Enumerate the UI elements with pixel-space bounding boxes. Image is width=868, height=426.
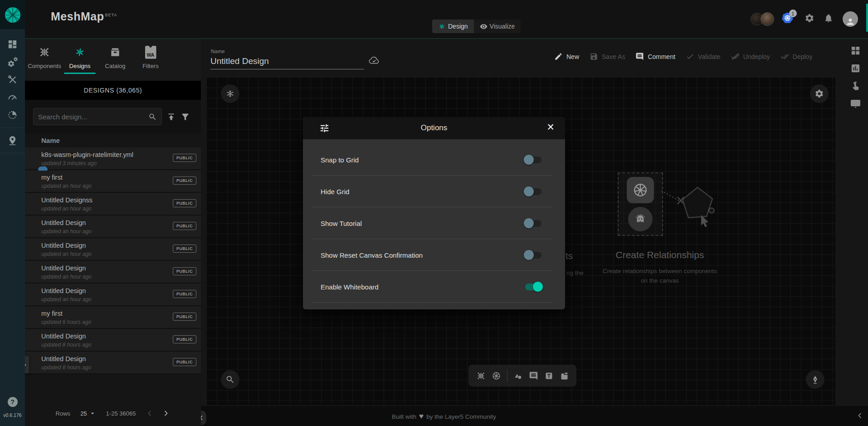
dock-kubernetes-icon[interactable] bbox=[492, 371, 501, 381]
rail-touch-icon[interactable] bbox=[848, 79, 863, 93]
design-spiral-icon bbox=[438, 23, 446, 30]
settings-gear-icon[interactable] bbox=[805, 13, 814, 25]
prev-page-button[interactable] bbox=[146, 409, 154, 417]
visibility-badge: PUBLIC bbox=[173, 358, 196, 366]
clipped-onboarding-text: ng the bbox=[566, 269, 584, 276]
chevron-left-icon bbox=[856, 412, 863, 419]
validate-button[interactable]: Validate bbox=[686, 52, 721, 61]
rows-label: Rows bbox=[56, 410, 71, 417]
visibility-badge: PUBLIC bbox=[173, 335, 196, 343]
design-list-item[interactable]: Untitled Designupdated an hour agoPUBLIC bbox=[25, 284, 201, 306]
next-page-button[interactable] bbox=[162, 409, 170, 417]
onboarding-component-group bbox=[618, 172, 663, 236]
person-icon bbox=[845, 17, 855, 27]
designs-count-header: DESIGNS (36,065) bbox=[25, 81, 201, 100]
enable-whiteboard-toggle[interactable] bbox=[525, 284, 541, 290]
tab-design[interactable]: Design bbox=[432, 20, 474, 33]
heart-icon: ♥ bbox=[419, 412, 424, 421]
tab-components[interactable]: Components bbox=[27, 39, 62, 81]
canvas-settings-button[interactable] bbox=[810, 84, 829, 103]
deploy-button[interactable]: Deploy bbox=[780, 52, 813, 61]
dock-components-icon[interactable] bbox=[476, 371, 486, 381]
visibility-badge: PUBLIC bbox=[173, 267, 196, 275]
notifications-bell-icon[interactable] bbox=[824, 13, 834, 25]
design-name-input[interactable]: Untitled Design bbox=[210, 56, 269, 66]
design-list-item[interactable]: Untitled Designupdated an hour agoPUBLIC bbox=[25, 238, 201, 261]
dock-media-icon[interactable] bbox=[560, 371, 569, 381]
app-title: MeshMapBETA bbox=[51, 10, 117, 23]
tab-filters[interactable]: WA Filters bbox=[133, 39, 168, 81]
snap-to-grid-toggle[interactable] bbox=[525, 157, 541, 163]
import-design-icon[interactable] bbox=[166, 112, 176, 122]
zoom-in-button[interactable] bbox=[221, 370, 239, 389]
rail-grid-icon[interactable] bbox=[848, 44, 863, 57]
nav-configuration-icon[interactable] bbox=[0, 71, 25, 88]
chevron-left-icon bbox=[146, 410, 153, 417]
list-pagination: Rows 25 1-25 36065 bbox=[25, 401, 201, 426]
rail-metrics-icon[interactable] bbox=[848, 61, 863, 75]
dock-shapes-icon[interactable] bbox=[513, 371, 523, 381]
visibility-badge: PUBLIC bbox=[173, 313, 196, 321]
catalog-archive-icon bbox=[109, 44, 121, 60]
tab-catalog[interactable]: Catalog bbox=[98, 39, 133, 81]
comment-icon bbox=[635, 52, 644, 61]
nav-performance-icon[interactable] bbox=[0, 88, 25, 106]
hide-grid-toggle[interactable] bbox=[525, 188, 541, 195]
design-list-item[interactable]: Untitled Designupdated an hour agoPUBLIC bbox=[25, 261, 201, 284]
modal-title: Options bbox=[303, 123, 565, 132]
help-button[interactable]: ? bbox=[8, 397, 18, 407]
visibility-badge: PUBLIC bbox=[173, 199, 196, 207]
search-strip bbox=[25, 100, 201, 133]
design-list-item[interactable]: k8s-wasm-plugin-ratelimiter.ymlupdated 3… bbox=[25, 147, 201, 170]
name-column-header: Name bbox=[25, 133, 201, 147]
nav-dashboard-icon[interactable] bbox=[0, 35, 25, 53]
options-modal-body: Snap to Grid Hide Grid Show Tutorial Sho… bbox=[303, 139, 565, 303]
undeploy-button[interactable]: Undeploy bbox=[731, 52, 770, 61]
layer5-logo[interactable] bbox=[0, 0, 25, 30]
nav-meshmap-pin-icon[interactable] bbox=[0, 132, 25, 149]
design-list-item[interactable]: Untitled Designupdated 8 hours agoPUBLIC bbox=[25, 329, 201, 352]
design-list-item[interactable]: Untitled Designssupdated an hour agoPUBL… bbox=[25, 193, 201, 215]
profile-avatar[interactable] bbox=[843, 11, 858, 27]
option-row-hide-grid: Hide Grid bbox=[303, 176, 565, 207]
context-count-badge: 1 bbox=[789, 10, 797, 17]
divider bbox=[0, 153, 25, 153]
design-list-item[interactable]: Untitled Designupdated an hour agoPUBLIC bbox=[25, 215, 201, 238]
design-list-item[interactable]: my firstupdated 6 hours agoPUBLIC bbox=[25, 306, 201, 329]
pen-nib-icon bbox=[810, 375, 820, 384]
search-icon[interactable] bbox=[148, 113, 157, 121]
design-list-item[interactable]: my firstupdated an hour agoPUBLIC bbox=[25, 170, 201, 193]
close-icon[interactable]: × bbox=[547, 121, 554, 134]
rail-display-icon[interactable] bbox=[848, 97, 863, 110]
dock-comment-icon[interactable] bbox=[529, 371, 538, 381]
collaborator-avatar-2[interactable] bbox=[761, 12, 774, 26]
active-tab-underline bbox=[64, 73, 96, 74]
option-row-show-tutorial: Show Tutorial bbox=[303, 207, 565, 239]
gears-icon bbox=[7, 57, 18, 68]
tab-visualize[interactable]: Visualize bbox=[474, 20, 521, 33]
design-list-item[interactable]: Untitled Designupdated 8 hours agoPUBLIC bbox=[25, 352, 201, 374]
top-header: MeshMapBETA Design Visualize 1 bbox=[25, 0, 868, 39]
nav-conformance-icon[interactable] bbox=[0, 106, 25, 124]
save-as-button[interactable]: Save As bbox=[590, 52, 625, 61]
new-button[interactable]: New bbox=[554, 52, 579, 61]
pen-tool-button[interactable] bbox=[806, 370, 824, 389]
footer-collapse-right[interactable] bbox=[856, 412, 863, 421]
meshmap-app: ? v0.6.176 MeshMapBETA Design Visualize … bbox=[0, 0, 868, 426]
canvas-config-button[interactable] bbox=[221, 84, 239, 103]
option-row-snap-to-grid: Snap to Grid bbox=[303, 144, 565, 176]
canvas-dock bbox=[468, 365, 576, 387]
tab-designs[interactable]: Designs bbox=[62, 39, 98, 81]
comment-button[interactable]: Comment bbox=[635, 52, 675, 61]
cloud-saved-icon bbox=[368, 54, 380, 69]
dock-text-tool-icon[interactable] bbox=[544, 371, 554, 381]
search-input[interactable] bbox=[38, 113, 148, 121]
clipped-onboarding-text: ts bbox=[566, 250, 573, 261]
reset-canvas-confirmation-toggle[interactable] bbox=[525, 252, 541, 259]
options-modal-header: Options × bbox=[303, 117, 565, 139]
filter-funnel-icon[interactable] bbox=[180, 112, 190, 122]
rows-per-page-select[interactable]: 25 bbox=[80, 410, 96, 417]
show-tutorial-toggle[interactable] bbox=[525, 220, 541, 227]
designs-list: k8s-wasm-plugin-ratelimiter.ymlupdated 3… bbox=[25, 147, 201, 374]
nav-lifecycle-icon[interactable] bbox=[0, 53, 25, 71]
